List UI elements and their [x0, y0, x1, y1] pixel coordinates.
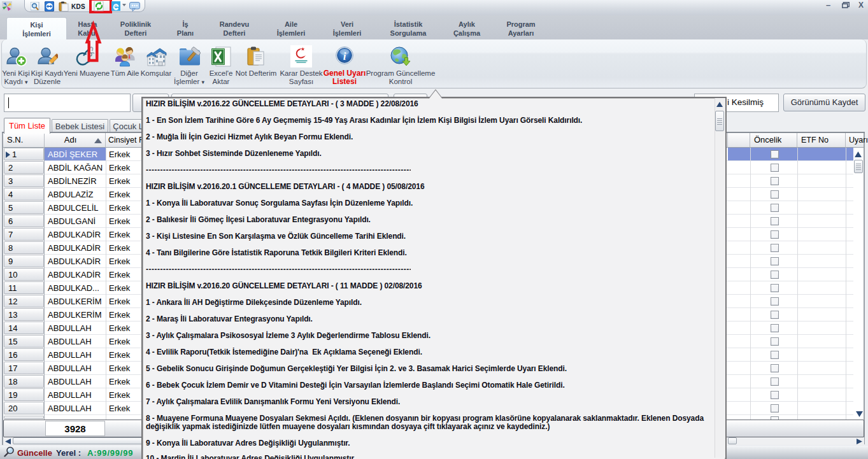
svg-text:i: i: [343, 50, 346, 62]
